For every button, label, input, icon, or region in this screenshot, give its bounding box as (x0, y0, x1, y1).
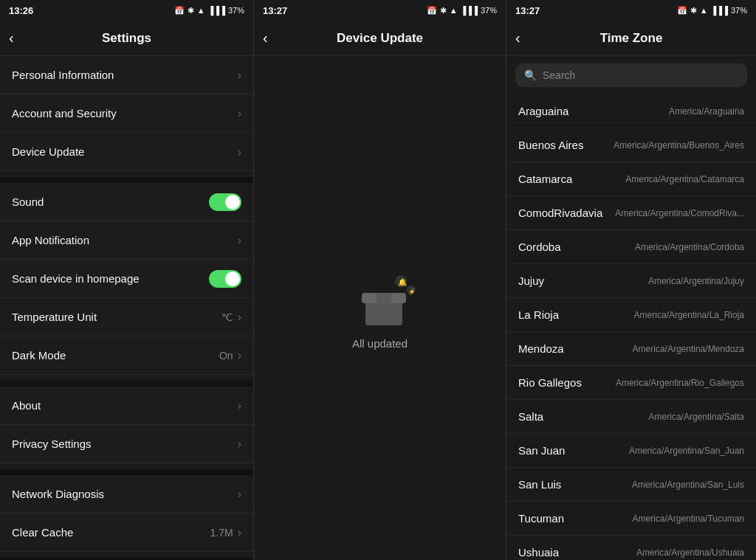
chevron-right-icon: › (238, 107, 241, 120)
timezone-list-item[interactable]: La RiojaAmerica/Argentina/La_Rioja (506, 298, 756, 332)
scan-device-toggle[interactable] (209, 270, 241, 288)
settings-item-about[interactable]: About › (0, 387, 253, 425)
timezone-city-name: ComodRivadavia (518, 207, 602, 219)
wifi-icon-2: ▲ (450, 6, 458, 15)
settings-item-device-update[interactable]: Device Update › (0, 133, 253, 171)
status-time-1: 13:26 (9, 5, 33, 16)
device-update-panel: 13:27 📅 ✱ ▲ ▐▐▐ 37% ‹ Device Update 🔔 ⚡ (253, 0, 506, 560)
timezone-list-item[interactable]: Rio GallegosAmerica/Argentina/Rio_Galleg… (506, 366, 756, 400)
clear-cache-value: 1.7M (210, 527, 233, 539)
back-button-device-update[interactable]: ‹ (263, 30, 268, 46)
device-update-label: Device Update (12, 145, 84, 158)
status-time-2: 13:27 (263, 5, 287, 16)
timezone-search-input[interactable] (543, 69, 738, 81)
status-icons-2: 📅 ✱ ▲ ▐▐▐ 37% (427, 6, 497, 15)
settings-list: Personal Information › Account and Secur… (0, 56, 253, 560)
timezone-list-item[interactable]: ComodRivadaviaAmerica/Argentina/ComodRiv… (506, 196, 756, 230)
settings-section-2: Sound App Notification › Scan device in … (0, 183, 253, 375)
settings-item-network-diagnosis[interactable]: Network Diagnosis › (0, 475, 253, 514)
timezone-list-item[interactable]: San LuisAmerica/Argentina/San_Luis (506, 468, 756, 502)
wifi-icon-3: ▲ (700, 6, 708, 15)
timezone-list-item[interactable]: UshuaiaAmerica/Argentina/Ushuaia (506, 536, 756, 560)
timezone-code: America/Argentina/Cordoba (635, 242, 744, 252)
battery-indicator-1: 37% (228, 6, 244, 15)
back-button-timezone[interactable]: ‹ (515, 30, 520, 46)
settings-item-account-security[interactable]: Account and Security › (0, 94, 253, 133)
timezone-city-name: Mendoza (518, 342, 564, 355)
timezone-city-name: Ushuaia (518, 546, 559, 559)
bluetooth-icon-2: ✱ (440, 6, 447, 15)
timezone-code: America/Argentina/Tucuman (632, 514, 744, 524)
temperature-unit-value: ℃ (221, 311, 233, 323)
settings-item-sound[interactable]: Sound (0, 183, 253, 221)
timezone-list-item[interactable]: TucumanAmerica/Argentina/Tucuman (506, 502, 756, 536)
timezone-list-item[interactable]: JujuyAmerica/Argentina/Jujuy (506, 264, 756, 298)
sound-toggle[interactable] (209, 193, 241, 211)
status-bar-2: 13:27 📅 ✱ ▲ ▐▐▐ 37% (254, 0, 506, 21)
dark-mode-right: On › (219, 349, 241, 362)
signal-icon-3: ▐▐▐ (711, 6, 728, 15)
battery-indicator-2: 37% (481, 6, 497, 15)
settings-section-4: Network Diagnosis › Clear Cache 1.7M › (0, 475, 253, 552)
timezone-city-name: Catamarca (518, 173, 572, 185)
timezone-code: America/Argentina/San_Luis (632, 480, 744, 490)
clear-cache-right: 1.7M › (210, 526, 241, 539)
wifi-icon: ▲ (197, 6, 205, 15)
personal-info-label: Personal Information (12, 69, 114, 81)
settings-item-clear-cache[interactable]: Clear Cache 1.7M › (0, 514, 253, 552)
timezone-code: America/Argentina/Salta (649, 412, 744, 422)
timezone-city-name: Cordoba (518, 241, 561, 253)
timezone-nav-bar: ‹ Time Zone (506, 21, 756, 56)
settings-section-3: About › Privacy Settings › (0, 387, 253, 463)
signal-icon: ▐▐▐ (208, 6, 225, 15)
timezone-list-item[interactable]: Buenos AiresAmerica/Argentina/Buenos_Air… (506, 128, 756, 162)
chevron-right-icon: › (238, 145, 241, 159)
dark-mode-value: On (219, 350, 233, 362)
timezone-list: AraguainaAmerica/AraguainaBuenos AiresAm… (506, 94, 756, 560)
settings-panel: 13:26 📅 ✱ ▲ ▐▐▐ 37% ‹ Settings Personal … (0, 0, 253, 560)
privacy-settings-label: Privacy Settings (12, 438, 92, 450)
timezone-list-item[interactable]: SaltaAmerica/Argentina/Salta (506, 400, 756, 434)
timezone-city-name: Rio Gallegos (518, 376, 582, 389)
timezone-code: America/Argentina/Buenos_Aires (614, 140, 744, 151)
settings-title: Settings (102, 31, 151, 46)
timezone-list-item[interactable]: MendozaAmerica/Argentina/Mendoza (506, 332, 756, 366)
device-update-title: Device Update (337, 31, 423, 46)
sound-label: Sound (12, 196, 44, 208)
app-notification-label: App Notification (12, 234, 89, 246)
settings-section-1: Personal Information › Account and Secur… (0, 56, 253, 171)
temperature-unit-right: ℃ › (221, 311, 241, 324)
timezone-city-name: San Luis (518, 478, 561, 491)
signal-icon-2: ▐▐▐ (461, 6, 478, 15)
svg-rect-6 (377, 293, 391, 303)
settings-item-temperature-unit[interactable]: Temperature Unit ℃ › (0, 298, 253, 336)
timezone-code: America/Argentina/Catamarca (625, 174, 744, 184)
timezone-code: America/Araguaina (669, 106, 744, 117)
back-button-settings[interactable]: ‹ (9, 30, 14, 46)
timezone-list-item[interactable]: CordobaAmerica/Argentina/Cordoba (506, 230, 756, 264)
calendar-icon: 📅 (174, 6, 185, 15)
settings-item-dark-mode[interactable]: Dark Mode On › (0, 336, 253, 375)
network-diagnosis-right: › (238, 488, 241, 501)
timezone-code: America/Argentina/Mendoza (633, 344, 744, 354)
settings-item-personal-info[interactable]: Personal Information › (0, 56, 253, 94)
settings-item-scan-device[interactable]: Scan device in homepage (0, 260, 253, 298)
svg-rect-4 (365, 300, 402, 325)
personal-info-right: › (238, 69, 241, 82)
settings-item-privacy-settings[interactable]: Privacy Settings › (0, 425, 253, 463)
timezone-list-item[interactable]: San JuanAmerica/Argentina/San_Juan (506, 434, 756, 468)
update-box-icon: 🔔 ⚡ (351, 266, 410, 325)
timezone-city-name: Jujuy (518, 274, 544, 287)
timezone-title: Time Zone (600, 31, 663, 46)
timezone-search-bar[interactable]: 🔍 (515, 63, 747, 87)
status-icons-3: 📅 ✱ ▲ ▐▐▐ 37% (677, 6, 747, 15)
timezone-city-name: La Rioja (518, 308, 559, 321)
bluetooth-icon: ✱ (188, 6, 194, 15)
timezone-list-item[interactable]: AraguainaAmerica/Araguaina (506, 94, 756, 128)
timezone-code: America/Argentina/Ushuaia (636, 547, 744, 558)
settings-item-app-notification[interactable]: App Notification › (0, 221, 253, 260)
clear-cache-label: Clear Cache (12, 526, 73, 539)
timezone-list-item[interactable]: CatamarcaAmerica/Argentina/Catamarca (506, 162, 756, 196)
status-icons-1: 📅 ✱ ▲ ▐▐▐ 37% (174, 6, 244, 15)
bluetooth-icon-3: ✱ (690, 6, 697, 15)
